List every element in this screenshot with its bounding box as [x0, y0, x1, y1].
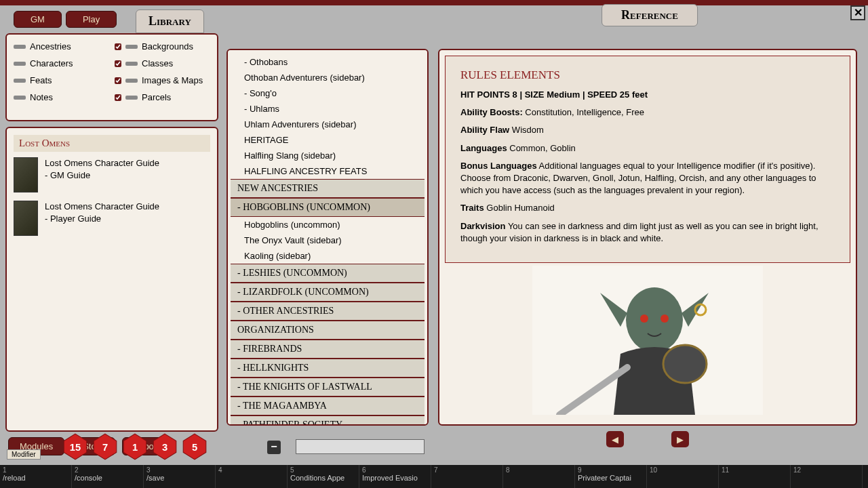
toc-item[interactable]: Halfling Slang (sidebar) — [231, 148, 425, 163]
dark-label: Darkvision — [460, 221, 505, 231]
category-label: Characters — [30, 58, 73, 68]
slot-number: 3 — [146, 466, 212, 474]
book-title: Lost Omens Character Guide — [45, 157, 159, 169]
hotbar-slot[interactable]: 10 — [647, 465, 719, 488]
chat-input[interactable] — [296, 439, 425, 454]
drag-icon[interactable] — [125, 62, 138, 66]
checkbox-icon[interactable] — [115, 94, 121, 101]
toc-item[interactable]: ORGANIZATIONS — [231, 321, 425, 340]
toc-item[interactable]: - OTHER ANCESTRIES — [231, 302, 425, 321]
reference-tab[interactable]: Reference — [601, 4, 698, 26]
toc-item[interactable]: Uhlam Adventurers (sidebar) — [231, 117, 425, 132]
stat-line: HIT POINTS 8 | SIZE Medium | SPEED 25 fe… — [460, 89, 648, 100]
toc-item[interactable]: HALFLING ANCESTRY FEATS — [231, 163, 425, 179]
gm-button[interactable]: GM — [14, 11, 62, 28]
svg-text:1: 1 — [132, 442, 138, 453]
hotbar-slot[interactable]: 1/reload — [0, 465, 72, 488]
bonus-lang-label: Bonus Languages — [460, 161, 537, 171]
checkbox-icon[interactable] — [115, 60, 121, 67]
slot-number: 4 — [218, 466, 284, 474]
hotbar-slot[interactable]: 8 — [503, 465, 575, 488]
next-icon[interactable]: ▶ — [671, 431, 689, 447]
minus-icon[interactable]: − — [267, 441, 281, 454]
toc-panel[interactable]: - OthobansOthoban Adventurers (sidebar)-… — [226, 49, 429, 426]
svg-point-3 — [660, 314, 669, 323]
hotbar-slot[interactable]: 6Improved Evasio — [359, 465, 431, 488]
toc-item[interactable]: - THE MAGAAMBYA — [231, 396, 425, 415]
drag-icon[interactable] — [14, 45, 26, 49]
toc-item[interactable]: HERITAGE — [231, 132, 425, 148]
checkbox-icon[interactable] — [115, 77, 121, 84]
toc-item[interactable]: - HELLKNIGHTS — [231, 359, 425, 378]
hotbar-slot[interactable]: 7 — [431, 465, 503, 488]
slot-number: 8 — [506, 466, 572, 474]
category-item[interactable]: Images & Maps — [115, 75, 210, 85]
book-item[interactable]: Lost Omens Character Guide- GM Guide — [14, 157, 210, 192]
prev-icon[interactable]: ◀ — [606, 431, 624, 447]
category-label: Parcels — [142, 92, 171, 102]
hotbar-slot[interactable]: 9Privateer Captai — [575, 465, 647, 488]
category-item[interactable]: Parcels — [115, 92, 210, 102]
toc-item[interactable]: Hobgoblins (uncommon) — [231, 217, 425, 232]
toc-item[interactable]: - FIREBRANDS — [231, 340, 425, 359]
library-tab[interactable]: Library — [136, 9, 204, 33]
book-subtitle: - GM Guide — [45, 169, 159, 182]
hotbar-slot[interactable]: 5Conditions Appe — [288, 465, 359, 488]
drag-icon[interactable] — [14, 96, 26, 100]
svg-point-4 — [663, 345, 707, 383]
hotbar-slot[interactable]: 11 — [719, 465, 791, 488]
drag-icon[interactable] — [14, 79, 26, 83]
die-icon[interactable]: 7 — [91, 432, 119, 461]
toc-item[interactable]: - HOBGOBLINS (UNCOMMON) — [231, 198, 425, 217]
slot-label: /save — [146, 474, 212, 482]
die-icon[interactable]: 15 — [61, 432, 90, 461]
svg-text:5: 5 — [192, 442, 197, 453]
toc-item[interactable]: - THE KNIGHTS OF LASTWALL — [231, 378, 425, 396]
drag-icon[interactable] — [125, 79, 138, 83]
toc-item[interactable]: - LIZARDFOLK (UNCOMMON) — [231, 283, 425, 302]
content-panel: RULES ELEMENTS HIT POINTS 8 | SIZE Mediu… — [438, 49, 857, 426]
slot-number: 9 — [578, 466, 644, 474]
play-button[interactable]: Play — [66, 11, 117, 28]
category-item[interactable]: Notes — [14, 92, 109, 102]
traits-label: Traits — [460, 203, 484, 213]
close-icon[interactable]: ✕ — [850, 5, 865, 20]
boosts-label: Ability Boosts: — [460, 107, 523, 117]
book-item[interactable]: Lost Omens Character Guide- Player Guide — [14, 201, 210, 236]
drag-icon[interactable] — [14, 62, 26, 66]
hotbar[interactable]: 1/reload2/console3/save45Conditions Appe… — [0, 465, 868, 488]
toc-item[interactable]: The Onyx Vault (sidebar) — [231, 232, 425, 248]
category-item[interactable]: Backgrounds — [115, 41, 210, 52]
drag-icon[interactable] — [125, 96, 138, 100]
category-label: Images & Maps — [142, 75, 203, 85]
toc-item[interactable]: - Othobans — [231, 54, 425, 70]
toc-item[interactable]: - Uhlams — [231, 101, 425, 117]
toc-item[interactable]: Kaoling (sidebar) — [231, 248, 425, 264]
toc-item[interactable]: - LESHIES (UNCOMMON) — [231, 264, 425, 283]
category-item[interactable]: Ancestries — [14, 41, 109, 52]
checkbox-icon[interactable] — [115, 43, 121, 50]
toc-item[interactable]: Othoban Adventurers (sidebar) — [231, 70, 425, 85]
toc-item[interactable]: - Song'o — [231, 85, 425, 101]
category-item[interactable]: Characters — [14, 58, 109, 68]
slot-number: 7 — [434, 466, 500, 474]
slot-label: Conditions Appe — [290, 474, 356, 482]
svg-point-1 — [626, 287, 683, 352]
toc-item[interactable]: - PATHFINDER SOCIETY — [231, 415, 425, 426]
book-cover-icon — [14, 157, 38, 192]
dice-tray[interactable]: 157135 — [61, 432, 209, 461]
svg-text:3: 3 — [162, 442, 167, 453]
hotbar-slot[interactable]: 2/console — [72, 465, 144, 488]
hotbar-slot[interactable]: 12 — [791, 465, 863, 488]
drag-icon[interactable] — [125, 45, 138, 49]
die-icon[interactable]: 3 — [151, 432, 179, 461]
die-icon[interactable]: 5 — [180, 432, 209, 461]
modifier-label[interactable]: Modifier — [7, 449, 41, 460]
hotbar-slot[interactable]: 3/save — [144, 465, 216, 488]
hotbar-slot[interactable]: 4 — [216, 465, 288, 488]
die-icon[interactable]: 1 — [121, 432, 149, 461]
category-item[interactable]: Classes — [115, 58, 210, 68]
toc-item[interactable]: NEW ANCESTRIES — [231, 179, 425, 198]
flaw-value: Wisdom — [512, 125, 544, 135]
category-item[interactable]: Feats — [14, 75, 109, 85]
